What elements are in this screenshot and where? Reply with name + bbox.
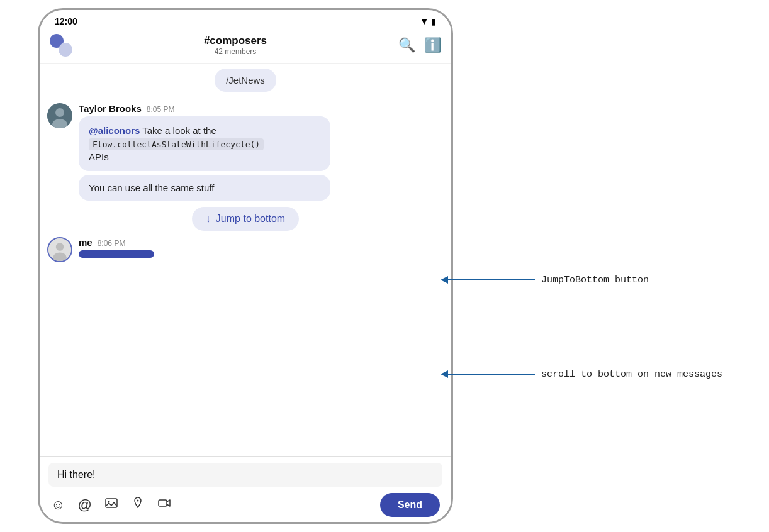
members-count: 42 members (77, 47, 393, 56)
svg-point-4 (56, 243, 64, 251)
jump-annotation-text: JumpToBottom button (541, 275, 649, 285)
me-avatar-svg (48, 237, 71, 262)
header-title-group: #composers 42 members (77, 35, 393, 56)
video-icon[interactable] (157, 496, 171, 514)
me-bubble-partial (79, 250, 154, 258)
status-bar: 12:00 ▼ ▮ (40, 10, 451, 30)
header-actions: 🔍 ℹ️ (398, 37, 441, 53)
avatar-circle-2 (59, 43, 72, 57)
status-icons: ▼ ▮ (420, 16, 436, 26)
taylor-bubble-1: @aliconors Take a look at the Flow.colle… (79, 116, 330, 171)
scroll-annotation: scroll to bottom on new messages (441, 365, 722, 384)
mention-icon[interactable]: @ (77, 497, 91, 513)
svg-point-1 (55, 108, 64, 117)
jetnews-message-wrap: /JetNews (40, 69, 451, 99)
jump-to-bottom-row: ↓ Jump to bottom (40, 204, 451, 233)
svg-point-5 (53, 253, 67, 263)
jetnews-text: /JetNews (226, 75, 265, 86)
svg-rect-9 (159, 500, 167, 506)
messages-area: /JetNews Taylor Brooks (40, 64, 451, 456)
bubble-text-after-mention: Take a look at the (140, 125, 216, 136)
divider-line-right (304, 219, 444, 219)
taylor-bubble-2-text: You can use all the same stuff (89, 182, 214, 193)
location-icon[interactable] (131, 496, 145, 514)
scroll-annotation-text: scroll to bottom on new messages (541, 369, 722, 380)
emoji-icon[interactable]: ☺ (51, 497, 65, 513)
input-area: ☺ @ (40, 456, 451, 522)
me-message-row: me 8:06 PM (40, 233, 451, 266)
info-icon[interactable]: ℹ️ (424, 37, 441, 53)
jump-arrow-icon: ↓ (206, 213, 211, 224)
taylor-header-line: Taylor Brooks 8:05 PM (79, 103, 444, 114)
bubble-code: Flow.collectAsStateWithLifecycle() (89, 138, 264, 150)
taylor-sender-name: Taylor Brooks (79, 103, 142, 114)
me-message-content: me 8:06 PM (79, 237, 444, 258)
wifi-icon: ▼ (420, 16, 429, 26)
divider-line (47, 219, 187, 219)
send-button[interactable]: Send (380, 493, 440, 517)
location-svg (131, 496, 145, 510)
jetnews-bubble: /JetNews (215, 69, 276, 92)
annotations-container: JumpToBottom button scroll to bottom on … (441, 0, 755, 532)
video-svg (157, 496, 171, 510)
me-sender-name: me (79, 237, 93, 248)
channel-avatar (50, 34, 72, 57)
image-icon[interactable] (104, 496, 118, 514)
taylor-bubble-2: You can use all the same stuff (79, 175, 330, 201)
jump-arrow-svg (441, 270, 541, 289)
me-header-line: me 8:06 PM (79, 237, 444, 248)
svg-point-8 (137, 500, 138, 502)
taylor-message-row: Taylor Brooks 8:05 PM @aliconors Take a … (40, 99, 451, 204)
phone-frame: 12:00 ▼ ▮ #composers 42 members 🔍 ℹ️ (38, 8, 453, 524)
page-wrapper: 12:00 ▼ ▮ #composers 42 members 🔍 ℹ️ (0, 0, 769, 532)
message-input[interactable] (57, 469, 434, 480)
jump-to-bottom-button[interactable]: ↓ Jump to bottom (192, 207, 299, 231)
mention-aliconors: @aliconors (89, 125, 140, 136)
search-icon[interactable]: 🔍 (398, 37, 415, 53)
toolbar-row: ☺ @ (48, 493, 442, 517)
bubble-text-after-code: APIs (89, 152, 109, 162)
jump-to-bottom-label: Jump to bottom (216, 213, 285, 224)
image-svg (104, 496, 118, 510)
me-msg-time: 8:06 PM (98, 239, 126, 248)
scroll-arrow-svg (441, 365, 541, 384)
text-input-row[interactable] (48, 463, 442, 487)
taylor-avatar (47, 103, 72, 128)
taylor-avatar-svg (47, 103, 72, 128)
taylor-msg-time: 8:05 PM (147, 105, 175, 114)
jump-annotation: JumpToBottom button (441, 270, 649, 289)
messages-scroll: /JetNews Taylor Brooks (40, 64, 451, 456)
me-avatar (47, 237, 72, 262)
chat-header: #composers 42 members 🔍 ℹ️ (40, 30, 451, 64)
status-time: 12:00 (55, 16, 77, 26)
battery-icon: ▮ (431, 16, 436, 26)
taylor-message-content: Taylor Brooks 8:05 PM @aliconors Take a … (79, 103, 444, 201)
channel-name: #composers (77, 35, 393, 47)
